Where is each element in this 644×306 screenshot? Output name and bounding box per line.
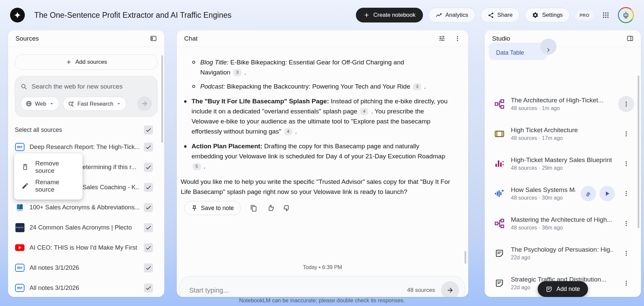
- select-all-checkbox[interactable]: [144, 125, 153, 135]
- source-title: Deep Research Report: The High-Tick...: [30, 143, 139, 151]
- collapse-panel-icon[interactable]: [150, 35, 157, 42]
- source-checkbox[interactable]: [144, 284, 153, 293]
- fast-research-icon: [68, 100, 75, 107]
- share-icon: [488, 12, 494, 18]
- source-row[interactable]: m+All notes 3/1/2026: [8, 258, 164, 278]
- send-message-button[interactable]: [441, 281, 459, 297]
- source-checkbox[interactable]: [144, 183, 153, 192]
- settings-button[interactable]: Settings: [525, 8, 570, 22]
- robot-avatar-image: [619, 8, 633, 22]
- source-checkbox[interactable]: [144, 263, 153, 272]
- copy-icon[interactable]: [250, 205, 257, 212]
- notebooklm-logo-icon[interactable]: [10, 8, 25, 22]
- message-text: .: [243, 69, 246, 76]
- expand-panel-icon[interactable]: [627, 35, 634, 42]
- context-menu-item[interactable]: Rename source: [14, 176, 83, 195]
- source-row[interactable]: 100+ Sales Acronyms & Abbreviations...: [8, 197, 164, 217]
- studio-item-meta: 48 sources · 30m ago: [511, 195, 575, 201]
- source-checkbox[interactable]: [144, 223, 153, 232]
- source-row[interactable]: m+All notes 3/1/2026: [8, 278, 164, 297]
- globe-icon: [25, 100, 32, 107]
- studio-item[interactable]: High-Ticket Mastery Sales Blueprint48 so…: [485, 149, 641, 178]
- message-text: Blog Title:: [200, 59, 228, 66]
- thumbs-down-icon[interactable]: [283, 204, 291, 212]
- bullet-item: Action Plan Placement: Drafting the copy…: [184, 141, 450, 171]
- studio-item-text: How Sales Systems Map...48 sources · 30m…: [511, 186, 575, 201]
- data-table-chip[interactable]: Data Table: [489, 43, 547, 60]
- chat-body: Blog Title: E-Bike Bikepacking: Essentia…: [177, 47, 468, 297]
- plus-icon: [65, 59, 72, 65]
- item-more-options-icon[interactable]: [618, 126, 634, 142]
- web-search-card: Web Fast Research: [15, 76, 158, 117]
- create-notebook-button[interactable]: Create notebook: [356, 8, 423, 22]
- notebook-title[interactable]: The One-Sentence Profit Extractor and AI…: [34, 11, 231, 20]
- source-checkbox[interactable]: [144, 143, 153, 152]
- select-all-row: Select all sources: [15, 123, 153, 137]
- citation-chip[interactable]: 3: [233, 69, 241, 76]
- studio-item-text: High-Ticket Mastery Sales Blueprint48 so…: [511, 156, 613, 171]
- item-more-options-icon[interactable]: [618, 96, 634, 112]
- play-icon[interactable]: [599, 186, 615, 201]
- bullet-marker: [184, 100, 186, 103]
- studio-body: Data Table The Architecture of High-Tick…: [485, 47, 641, 297]
- citation-chip[interactable]: 5: [193, 163, 201, 170]
- context-menu-item[interactable]: Remove source: [14, 158, 83, 176]
- chat-panel: Chat Blog Title: E-Bike Bikepacking: Ess…: [177, 30, 468, 297]
- markdown-note-icon: m+: [15, 284, 24, 292]
- citation-chip[interactable]: 4: [360, 108, 368, 115]
- studio-item-text: Mastering the Architecture of High...48 …: [511, 216, 613, 231]
- save-to-note-button[interactable]: Save to note: [184, 201, 241, 215]
- share-button[interactable]: Share: [481, 8, 520, 22]
- source-checkbox[interactable]: [144, 243, 153, 252]
- source-checkbox[interactable]: [144, 163, 153, 172]
- mindmap-icon: [493, 99, 505, 109]
- context-menu-label: Rename source: [35, 178, 75, 193]
- user-avatar[interactable]: [618, 7, 634, 23]
- studio-item-actions: [581, 186, 634, 202]
- apps-grid-icon[interactable]: [599, 8, 612, 22]
- studio-item[interactable]: How Sales Systems Map...48 sources · 30m…: [485, 178, 641, 208]
- web-filter-dropdown[interactable]: Web: [20, 97, 59, 111]
- studio-item[interactable]: The Psychology of Persuasion: Hig...22d …: [485, 238, 641, 268]
- studio-item[interactable]: Mastering the Architecture of High...48 …: [485, 208, 641, 238]
- search-sources-input[interactable]: [32, 83, 152, 90]
- chat-scrollbar[interactable]: [465, 251, 466, 264]
- item-more-options-icon[interactable]: [618, 186, 634, 202]
- research-mode-dropdown[interactable]: Fast Research: [63, 97, 126, 111]
- thumbs-up-icon[interactable]: [267, 204, 274, 212]
- hollow-bullet-marker: [192, 85, 195, 88]
- studio-item-title: Mastering the Architecture of High...: [511, 216, 613, 223]
- search-submit-button[interactable]: [137, 96, 152, 111]
- source-row[interactable]: AI CEO: THIS is How I'd Make My First ..…: [8, 238, 164, 258]
- studio-item[interactable]: The Architecture of High-Ticket...48 sou…: [485, 89, 641, 119]
- studio-scrollbar[interactable]: [638, 75, 639, 228]
- header-actions: Create notebook Analytics Share Settings…: [356, 7, 634, 23]
- trash-icon: [21, 163, 29, 171]
- studio-item-meta: 48 sources · 1m ago: [511, 105, 613, 111]
- item-more-options-icon[interactable]: [618, 245, 634, 261]
- message-text: E-Bike Bikepacking: Essential Gear for O…: [200, 59, 404, 76]
- studio-item[interactable]: High Ticket Architecture48 sources · 17m…: [485, 119, 641, 149]
- sub-bullet-item: Blog Title: E-Bike Bikepacking: Essentia…: [192, 57, 427, 78]
- citation-chip[interactable]: 4: [284, 128, 292, 135]
- sources-scrollbar[interactable]: [161, 55, 163, 143]
- studio-panel: Studio Data Table The Architecture of Hi…: [485, 30, 641, 297]
- studio-item-title: The Architecture of High-Ticket...: [511, 97, 613, 104]
- chat-text-input[interactable]: [189, 287, 407, 294]
- studio-item-title: How Sales Systems Map...: [511, 186, 575, 194]
- chip-scroll-button[interactable]: [540, 39, 556, 55]
- source-checkbox[interactable]: [144, 203, 153, 212]
- source-row[interactable]: PLECTO24 Common Sales Acronyms | Plecto: [8, 217, 164, 238]
- plecto-favicon: PLECTO: [15, 223, 24, 232]
- chat-timestamp: Today • 6:39 PM: [177, 264, 468, 270]
- add-note-button[interactable]: Add note: [538, 281, 588, 297]
- item-more-options-icon[interactable]: [618, 275, 634, 291]
- citation-chip[interactable]: 3: [413, 83, 421, 90]
- item-more-options-icon[interactable]: [618, 156, 634, 172]
- chat-settings-icon[interactable]: [438, 35, 445, 42]
- interactive-hand-icon[interactable]: [581, 186, 596, 201]
- chat-more-options-icon[interactable]: [454, 35, 461, 42]
- analytics-button[interactable]: Analytics: [428, 8, 475, 22]
- add-sources-button[interactable]: Add sources: [15, 54, 158, 70]
- item-more-options-icon[interactable]: [618, 215, 634, 232]
